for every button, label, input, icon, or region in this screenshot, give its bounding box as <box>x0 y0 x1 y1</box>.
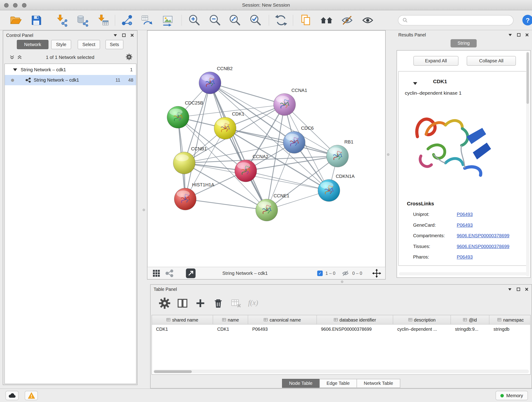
save-session-button[interactable] <box>30 14 43 27</box>
network-edge[interactable] <box>210 83 285 105</box>
export-image-button[interactable] <box>161 14 174 27</box>
network-row-selected[interactable]: String Network – cdk1 11 48 <box>5 75 136 85</box>
column-header[interactable]: database identifier <box>317 315 393 325</box>
cell-namespace[interactable]: stringdb <box>489 325 531 334</box>
cell-description[interactable]: cyclin–dependent ... <box>393 325 451 334</box>
cell-name[interactable]: CDK1 <box>213 325 248 334</box>
zoom-selected-button[interactable] <box>249 14 262 27</box>
warnings-button[interactable] <box>25 391 38 400</box>
panel-restore-button[interactable] <box>516 287 521 292</box>
delete-column-button[interactable] <box>212 298 224 309</box>
show-all-button[interactable] <box>361 14 374 27</box>
section-disclosure-icon[interactable] <box>413 82 417 85</box>
tab-sets[interactable]: Sets <box>106 40 123 49</box>
panel-close-button[interactable] <box>524 287 530 292</box>
network-edge[interactable] <box>210 83 267 210</box>
column-header[interactable]: shared name <box>152 315 213 325</box>
network-node-RB1[interactable] <box>326 145 348 167</box>
network-canvas[interactable]: CCNB2CCNA1CDC25BCDK1CDC6RB1CCNB1CCNA2CDK… <box>147 31 385 267</box>
new-network-from-table-button[interactable] <box>141 14 154 27</box>
cell-shared-name[interactable]: CDK1 <box>152 325 213 334</box>
tab-network[interactable]: Network <box>17 40 49 49</box>
bottom-splitter-handle[interactable] <box>341 281 343 283</box>
import-network-database-button[interactable] <box>76 14 89 27</box>
network-node-CCNE1[interactable] <box>256 199 278 221</box>
import-network-file-button[interactable] <box>56 14 69 27</box>
expand-all-button[interactable]: Expand All <box>413 56 459 66</box>
show-columns-button[interactable] <box>177 298 188 309</box>
cell-canonical-name[interactable]: P06493 <box>248 325 317 334</box>
panel-close-button[interactable] <box>130 33 135 38</box>
birdseye-view-button[interactable] <box>165 269 174 278</box>
results-horizontal-scrollbar[interactable] <box>399 272 528 275</box>
network-node-CDKN1A[interactable] <box>318 179 340 201</box>
scrollbar-thumb[interactable] <box>154 370 192 373</box>
new-network-button[interactable] <box>121 14 134 27</box>
hidden-indicator[interactable] <box>342 270 349 277</box>
zoom-in-button[interactable] <box>188 14 201 27</box>
table-horizontal-scrollbar[interactable] <box>153 370 529 374</box>
network-node-CDK1[interactable] <box>214 117 236 139</box>
tab-node-table[interactable]: Node Table <box>282 379 320 388</box>
panel-float-button[interactable] <box>113 33 118 38</box>
apply-layout-button[interactable] <box>275 14 288 27</box>
left-splitter-handle[interactable] <box>143 209 145 211</box>
help-button[interactable]: ? <box>522 15 532 26</box>
grid-view-button[interactable] <box>152 269 161 278</box>
column-header[interactable]: canonical name <box>248 315 317 325</box>
network-node-CCNB1[interactable] <box>173 152 195 174</box>
table-row[interactable]: CDK1 CDK1 P06493 9606.ENSP00000378699 cy… <box>152 325 530 334</box>
network-node-CCNA2[interactable] <box>235 160 257 182</box>
tab-network-table[interactable]: Network Table <box>356 379 400 388</box>
network-node-CDC25B[interactable] <box>167 106 189 128</box>
network-node-CCNA1[interactable] <box>273 94 296 115</box>
home-button[interactable] <box>320 14 333 27</box>
crosslink-link[interactable]: P06493 <box>457 223 473 228</box>
collapse-all-button[interactable]: Collapse All <box>467 56 516 66</box>
search-box[interactable] <box>398 15 513 26</box>
selected-indicator-checkbox[interactable]: ✓ <box>317 271 323 276</box>
panel-float-button[interactable] <box>507 287 513 292</box>
cell-database-identifier[interactable]: 9606.ENSP00000378699 <box>317 325 393 334</box>
crosslink-link[interactable]: P06493 <box>457 212 473 217</box>
network-options-button[interactable] <box>126 54 133 60</box>
results-tab-string[interactable]: String <box>451 39 477 47</box>
panel-restore-button[interactable] <box>121 33 127 38</box>
network-node-HIST1H1A[interactable] <box>174 188 196 210</box>
crosslink-link[interactable]: 9606.ENSP00000378699 <box>457 233 510 238</box>
panel-close-button[interactable] <box>525 33 530 37</box>
scrollbar-thumb[interactable] <box>526 52 529 104</box>
hide-selected-button[interactable] <box>341 14 354 27</box>
column-header[interactable]: namespac <box>489 315 531 325</box>
search-input[interactable] <box>410 18 509 23</box>
copy-button[interactable] <box>299 14 312 27</box>
open-session-button[interactable] <box>9 14 22 27</box>
cell-id[interactable]: stringdb:9... <box>451 325 489 334</box>
tab-style[interactable]: Style <box>51 40 71 49</box>
add-column-button[interactable] <box>195 298 206 309</box>
tab-select[interactable]: Select <box>78 40 100 49</box>
memory-button[interactable]: Memory <box>496 391 528 400</box>
zoom-out-button[interactable] <box>208 14 221 27</box>
detach-view-button[interactable] <box>186 269 196 278</box>
cloud-status-button[interactable] <box>6 391 19 400</box>
right-splitter-handle[interactable] <box>387 153 389 156</box>
panel-float-button[interactable] <box>508 33 513 37</box>
zoom-fit-button[interactable] <box>228 14 241 27</box>
column-header[interactable]: name <box>213 315 248 325</box>
tab-edge-table[interactable]: Edge Table <box>319 379 357 388</box>
network-node-CDC6[interactable] <box>283 131 305 153</box>
network-collection-row[interactable]: String Network – cdk1 1 <box>5 65 136 75</box>
crosslink-link[interactable]: P06493 <box>457 254 473 260</box>
crosslink-link[interactable]: 9606.ENSP00000378699 <box>457 244 510 249</box>
panel-restore-button[interactable] <box>516 33 521 37</box>
network-edge[interactable] <box>185 199 267 210</box>
disclosure-triangle-icon[interactable] <box>13 68 17 71</box>
results-vertical-scrollbar[interactable] <box>526 51 530 276</box>
network-node-CCNB2[interactable] <box>199 72 221 94</box>
column-header[interactable]: @id <box>451 315 489 325</box>
column-header[interactable]: description <box>393 315 451 325</box>
table-options-button[interactable] <box>159 298 171 309</box>
pan-tool-button[interactable] <box>372 269 381 278</box>
import-table-file-button[interactable] <box>97 14 110 27</box>
